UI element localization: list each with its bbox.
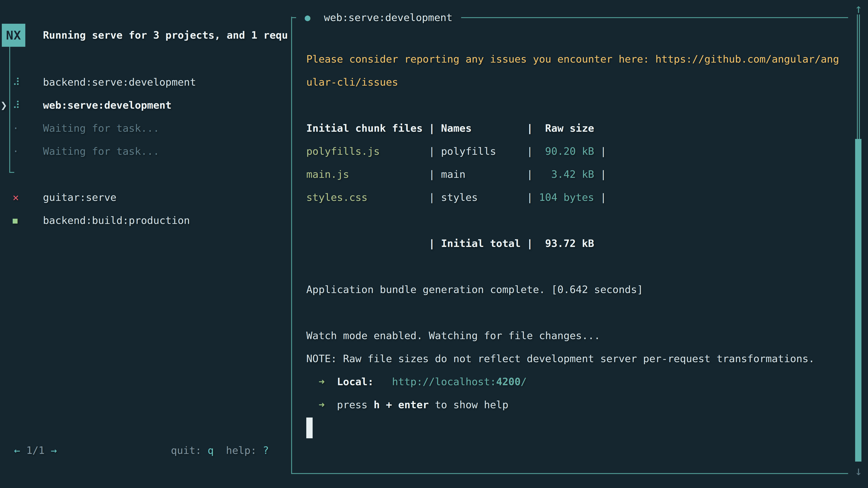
help-label: help: [214, 445, 263, 456]
scroll-down-icon[interactable]: ↓ [852, 464, 865, 479]
issues-notice-line2: ular-cli/issues [306, 76, 398, 88]
selected-task-chevron-icon: ❯ [0, 94, 7, 117]
task-row-waiting-for-task-[interactable]: ·Waiting for task... [0, 140, 291, 163]
local-url-slash[interactable]: / [521, 376, 527, 388]
task-label: Waiting for task... [43, 140, 159, 163]
task-row-web-serve-development[interactable]: ❯⠼web:serve:development [0, 94, 291, 117]
terminal-line: main.js | main | 3.42 kB | [306, 163, 607, 186]
chunk-file-polyfills: polyfills.js [306, 145, 380, 157]
scrollbar-track[interactable] [857, 14, 860, 139]
issues-notice-line1: Please consider reporting any issues you… [306, 53, 839, 65]
success-square-icon: ■ [13, 209, 26, 232]
panel-border-left [291, 17, 292, 474]
task-label: backend:serve:development [43, 71, 196, 94]
pager: ← 1/1 → [14, 439, 57, 462]
panel-title: web:serve:development [324, 6, 453, 29]
failed-x-icon: ✕ [13, 186, 26, 209]
chunk-size-polyfills: 90.20 kB [545, 145, 594, 157]
task-label: guitar:serve [43, 186, 116, 209]
pager-position: 1/1 [20, 445, 51, 456]
terminal-line: ➜ Local: http://localhost:4200/ [306, 370, 527, 393]
spinner-icon: ⠼ [13, 71, 26, 94]
chunk-file-styles: styles.css [306, 191, 368, 203]
nx-logo-badge: NX [2, 24, 25, 47]
pager-next-arrow[interactable]: → [51, 445, 57, 456]
terminal-line: Please consider reporting any issues you… [306, 48, 839, 71]
terminal-line: NOTE: Raw file sizes do not reflect deve… [306, 347, 815, 370]
task-row-backend-serve-development[interactable]: ⠼backend:serve:development [0, 71, 291, 94]
initial-total-row: | Initial total | 93.72 kB [306, 237, 594, 250]
arrow-right-icon: ➜ [318, 393, 324, 416]
pending-dot-icon: · [13, 117, 26, 140]
pending-dot-icon: · [13, 140, 26, 163]
task-row-backend-build-production[interactable]: ■backend:build:production [0, 209, 291, 232]
task-row-guitar-serve[interactable]: ✕guitar:serve [0, 186, 291, 209]
help-keycombo: h + enter [374, 399, 429, 411]
quit-label: quit: [171, 445, 208, 456]
chunk-size-main: 3.42 kB [551, 168, 594, 180]
quit-key: q [208, 445, 214, 456]
terminal-line: styles.css | styles | 104 bytes | [306, 186, 607, 209]
terminal-line: ➜ press h + enter to show help [306, 393, 508, 416]
note-line: NOTE: Raw file sizes do not reflect deve… [306, 353, 815, 365]
panel-border-top [461, 17, 848, 18]
terminal-line: ular-cli/issues [306, 71, 398, 94]
watch-mode-line: Watch mode enabled. Watching for file ch… [306, 330, 600, 341]
chunk-size-styles: 104 bytes [539, 191, 594, 203]
spinner-icon: ⠼ [13, 94, 26, 117]
sidebar-title: Running serve for 3 projects, and 1 requ [43, 24, 288, 47]
task-label: backend:build:production [43, 209, 190, 232]
terminal-cursor [306, 418, 313, 438]
terminal-line: Initial chunk files | Names | Raw size [306, 117, 594, 140]
local-label: Local: [337, 376, 374, 388]
task-tree-corner [9, 172, 14, 173]
task-label: web:serve:development [43, 94, 172, 117]
chunk-file-main: main.js [306, 168, 349, 180]
terminal-line: Watch mode enabled. Watching for file ch… [306, 324, 600, 347]
scrollbar-thumb[interactable] [855, 139, 862, 462]
chunk-table-header: Initial chunk files | Names | Raw size [306, 122, 594, 134]
task-row-waiting-for-task-[interactable]: ·Waiting for task... [0, 117, 291, 140]
scroll-up-icon[interactable]: ↑ [852, 1, 865, 16]
arrow-right-icon: ➜ [318, 370, 324, 393]
bundle-complete-line: Application bundle generation complete. … [306, 284, 643, 295]
task-label: Waiting for task... [43, 117, 159, 140]
panel-border-bottom [291, 473, 848, 474]
terminal-line: | Initial total | 93.72 kB [306, 232, 594, 255]
pager-prev-arrow[interactable]: ← [14, 445, 20, 456]
terminal-line: polyfills.js | polyfills | 90.20 kB | [306, 140, 607, 163]
local-url-port[interactable]: 4200 [496, 376, 521, 388]
running-status-dot-icon: ● [305, 6, 317, 29]
local-url-host[interactable]: http://localhost: [392, 376, 496, 388]
shortcut-bar: quit: q help: ? [171, 439, 269, 462]
help-key: ? [263, 445, 269, 456]
terminal-line: Application bundle generation complete. … [306, 278, 643, 301]
